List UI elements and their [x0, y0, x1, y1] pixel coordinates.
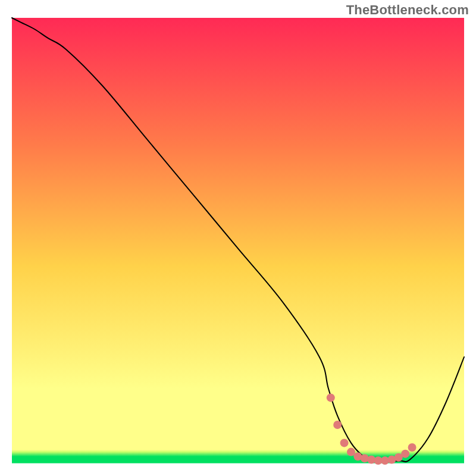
marker-dot	[401, 450, 409, 458]
marker-dot	[340, 439, 349, 447]
marker-dot	[327, 393, 335, 402]
chart-svg	[0, 0, 476, 476]
marker-dot	[347, 448, 355, 456]
gradient-background	[12, 18, 464, 470]
chart-container: TheBottleneck.com	[0, 0, 476, 476]
plot-area	[12, 18, 464, 470]
marker-dot	[408, 443, 416, 452]
marker-dot	[333, 421, 342, 429]
